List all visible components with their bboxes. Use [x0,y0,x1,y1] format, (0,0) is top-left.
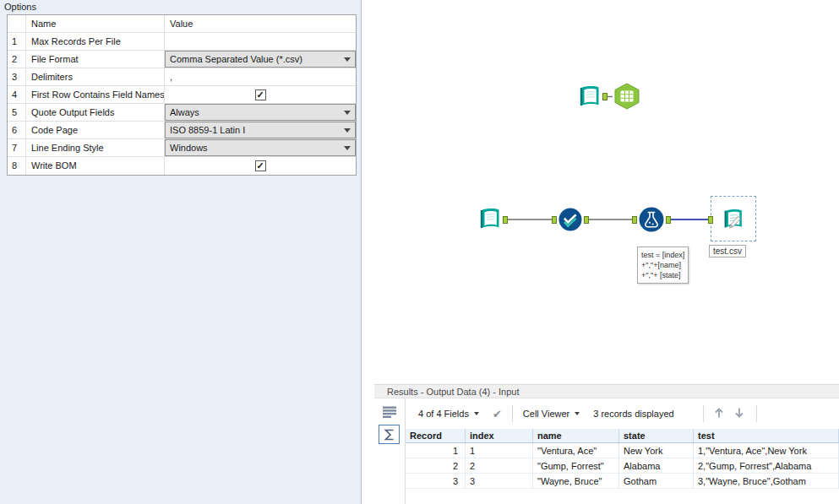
cell-viewer-dropdown[interactable]: Cell Viewer [523,409,580,419]
max-records-value[interactable] [165,33,356,50]
chevron-down-icon [474,412,479,415]
code-page-select[interactable]: ISO 8859-1 Latin I [165,122,356,138]
toolbar-separator [703,405,704,422]
write-bom-checkbox[interactable] [255,160,266,171]
rows-view-button[interactable] [379,402,400,421]
row-number: 2 [8,51,26,68]
input-data-book-icon [577,84,602,110]
option-row-file-format: 2 File Format Comma Separated Value (*.c… [8,51,356,68]
arrow-down-icon [733,406,746,420]
column-header-test[interactable]: test [694,429,839,442]
column-header-name: Name [26,15,165,32]
option-row-first-row-names: 4 First Row Contains Field Names [8,86,356,104]
output-filename-label: test.csv [709,245,746,257]
cell-index[interactable]: 1 [466,443,533,458]
cell-test[interactable]: 2,"Gump, Forrest",Alabama [694,458,839,474]
column-header-index[interactable]: index [466,429,533,442]
option-row-max-records: 1 Max Records Per File [8,33,356,51]
metadata-view-button[interactable] [379,425,400,444]
cell-record[interactable]: 1 [406,443,466,458]
option-row-delimiters: 3 Delimiters , [8,68,356,86]
input-data-tool-top[interactable] [577,84,602,113]
tool-anchor [708,216,713,224]
annotation-line: +","+[name] [641,260,684,270]
formula-tool[interactable] [638,206,665,236]
option-name: File Format [26,51,165,68]
toolbar-separator [756,405,757,422]
chevron-down-icon [344,111,351,115]
results-toolbar: 4 of 4 Fields ✔ Cell Viewer 3 records di… [406,398,839,429]
input-data-tool[interactable] [477,207,503,236]
chevron-down-icon [344,128,351,133]
tool-anchor [602,93,607,100]
tool-anchor [584,216,589,224]
toolbar-separator [512,405,513,422]
option-name: Quote Output Fields [26,104,165,121]
table-macro-tool[interactable] [613,82,641,114]
scroll-up-button[interactable] [712,406,726,421]
output-data-book-icon [722,208,745,231]
column-header-record[interactable]: Record [406,429,466,442]
apply-check-icon[interactable]: ✔ [493,408,502,420]
scroll-down-button[interactable] [733,406,746,421]
column-header-value: Value [165,15,356,32]
annotation-line: test = [index] [641,250,684,260]
chevron-down-icon [344,57,351,62]
cell-record[interactable]: 3 [406,474,466,489]
option-name: First Row Contains Field Names [26,86,165,103]
row-number: 1 [8,33,26,50]
output-data-tool[interactable] [722,208,745,235]
cell-record[interactable]: 2 [406,458,466,474]
fields-dropdown-label: 4 of 4 Fields [418,409,469,419]
line-ending-selected-value: Windows [170,139,208,156]
cell-test[interactable]: 1,"Ventura, Ace",New York [694,443,839,458]
cell-index[interactable]: 3 [466,474,533,489]
select-tool[interactable] [558,207,583,236]
option-name: Code Page [26,122,165,138]
line-ending-select[interactable]: Windows [165,139,356,156]
results-left-strip [374,398,406,504]
tool-annotation[interactable]: test = [index] +","+[name] +","+ [state] [637,247,689,284]
results-grid: Record index name state test 1 1 "Ventur… [406,429,839,504]
results-pane: Results - Output Data (4) - Input 4 of 4… [374,384,839,504]
cell-viewer-label: Cell Viewer [523,409,569,419]
cell-name[interactable]: "Ventura, Ace" [533,443,619,458]
option-name: Max Records Per File [26,33,165,50]
cell-name[interactable]: "Gump, Forrest" [533,458,619,474]
row-number: 8 [8,157,26,175]
cell-name[interactable]: "Wayne, Bruce" [533,474,619,489]
option-name: Delimiters [26,68,165,85]
cell-state[interactable]: New York [619,443,694,458]
fields-dropdown[interactable]: 4 of 4 Fields [418,409,479,419]
row-number: 5 [8,104,26,121]
cell-state[interactable]: Gotham [619,474,694,489]
quote-output-select[interactable]: Always [165,104,356,121]
tool-anchor [552,216,557,224]
delimiters-value[interactable]: , [165,68,356,85]
file-format-selected-value: Comma Separated Value (*.csv) [170,51,302,68]
tool-anchor [632,216,637,224]
cell-index[interactable]: 2 [466,458,533,474]
cell-state[interactable]: Alabama [619,458,694,474]
option-row-write-bom: 8 Write BOM [8,157,356,175]
column-header-name[interactable]: name [533,429,619,442]
option-row-quote-output: 5 Quote Output Fields Always [8,104,356,122]
grid-row: 1 1 "Ventura, Ace" New York 1,"Ventura, … [406,443,839,458]
sigma-icon [383,428,395,442]
first-row-names-checkbox[interactable] [255,89,266,100]
cell-test[interactable]: 3,"Wayne, Bruce",Gotham [694,474,839,489]
option-row-code-page: 6 Code Page ISO 8859-1 Latin I [8,122,356,139]
connection-lines [362,0,839,384]
code-page-selected-value: ISO 8859-1 Latin I [170,122,245,138]
configuration-pane: Options Name Value 1 Max Records Per Fil… [0,0,362,504]
option-row-line-ending: 7 Line Ending Style Windows [8,139,356,157]
row-number [8,15,26,32]
input-data-book-icon [477,207,503,232]
chevron-down-icon [575,412,580,415]
grid-row: 3 3 "Wayne, Bruce" Gotham 3,"Wayne, Bruc… [406,474,839,489]
column-header-state[interactable]: state [619,429,694,442]
quote-output-selected-value: Always [170,104,199,121]
file-format-select[interactable]: Comma Separated Value (*.csv) [165,51,356,68]
row-number: 3 [8,68,26,85]
rows-icon [383,406,396,418]
